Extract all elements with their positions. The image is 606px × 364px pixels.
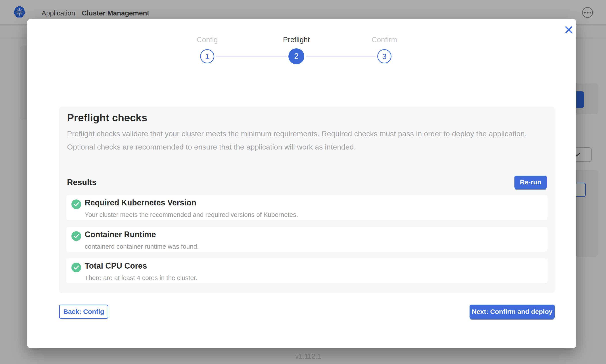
check-card-container-runtime: Container Runtime containerd container r…: [66, 227, 548, 252]
check-message: containerd container runtime was found.: [85, 243, 199, 250]
step-label-preflight: Preflight: [252, 36, 341, 44]
step-label-confirm: Confirm: [340, 36, 429, 44]
step-circle-confirm[interactable]: 3: [377, 49, 391, 63]
check-title: Total CPU Cores: [85, 261, 147, 271]
preflight-modal: Config Preflight Confirm 1 2 3 Preflight…: [27, 19, 576, 348]
check-message: There are at least 4 cores in the cluste…: [85, 274, 197, 282]
modal-title: Preflight checks: [67, 112, 147, 124]
step-connector: [306, 56, 375, 57]
check-message: Your cluster meets the recommended and r…: [85, 211, 298, 219]
check-card-total-cpu-cores: Total CPU Cores There are at least 4 cor…: [66, 259, 548, 283]
back-button[interactable]: Back: Config: [59, 305, 108, 319]
step-connector: [216, 56, 287, 57]
modal-description: Preflight checks validate that your clus…: [67, 127, 536, 154]
close-icon[interactable]: [562, 23, 576, 37]
check-success-icon: [71, 199, 81, 209]
step-label-config: Config: [163, 36, 251, 44]
rerun-button[interactable]: Re-run: [514, 176, 547, 189]
next-button[interactable]: Next: Confirm and deploy: [469, 305, 555, 319]
admin-console-screen: Application Cluster Management 0 y v1.11…: [0, 0, 606, 364]
check-success-icon: [71, 263, 81, 272]
step-circle-config[interactable]: 1: [200, 49, 214, 63]
check-title: Required Kubernetes Version: [85, 198, 196, 208]
step-circle-preflight[interactable]: 2: [289, 48, 304, 64]
results-heading: Results: [67, 178, 97, 187]
check-card-kubernetes-version: Required Kubernetes Version Your cluster…: [66, 195, 548, 220]
preflight-panel: Preflight checks Preflight checks valida…: [59, 107, 555, 293]
check-title: Container Runtime: [85, 230, 156, 239]
check-success-icon: [71, 231, 81, 241]
